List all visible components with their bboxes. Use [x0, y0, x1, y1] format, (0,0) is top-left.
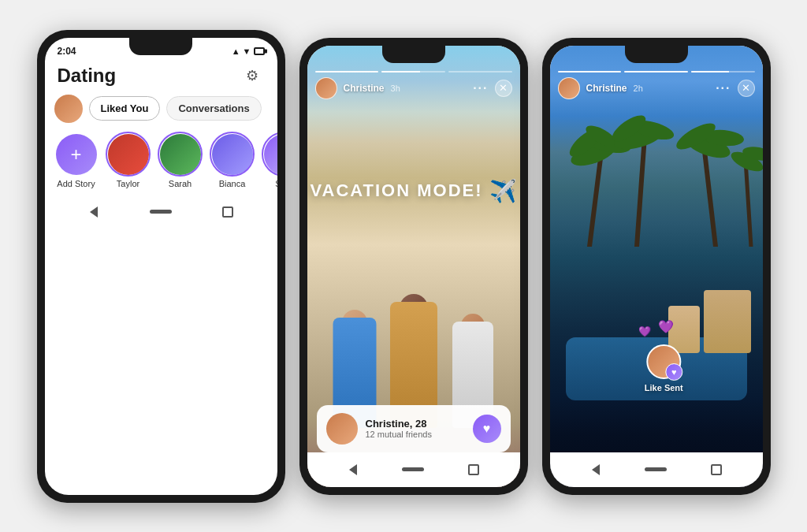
vacation-mode-text: VACATION MODE! ✈️ [310, 178, 516, 204]
story-screen-3: Christine 2h ··· ✕ 💜 💜 [550, 46, 763, 487]
heart-floating-1: 💜 [638, 326, 651, 337]
tabs-row: Liked You Conversations [45, 95, 277, 131]
story-time-3: 2h [634, 84, 643, 93]
story-item-sp[interactable]: Sp... [264, 134, 277, 188]
like-sent-avatar: ♥ [646, 344, 681, 379]
square-icon [711, 464, 722, 475]
floating-hearts: 💜 💜 [638, 326, 674, 337]
story-label-taylor: Taylor [117, 179, 139, 188]
recents-button[interactable] [705, 462, 727, 478]
home-button[interactable] [150, 204, 172, 220]
heart-floating-2: 💜 [658, 319, 674, 337]
story-ring [158, 132, 203, 177]
story-avatar-sarah [160, 134, 201, 175]
airplane-emoji: ✈️ [489, 178, 517, 204]
story-item-add[interactable]: + Add Story [56, 134, 97, 188]
story-bar-1 [558, 71, 622, 73]
svg-line-9 [704, 144, 716, 247]
story-user-name: Christine [344, 83, 385, 94]
people-photo-area [307, 172, 520, 428]
battery-icon [254, 47, 265, 55]
story-ring [262, 132, 277, 177]
svg-line-5 [637, 136, 645, 247]
like-sent-heart-badge: ♥ [665, 363, 682, 381]
story-card-name: Christine, 28 [366, 418, 465, 430]
story-label-sp: Sp... [275, 179, 277, 188]
dating-header: Dating ⚙ [45, 60, 277, 95]
home-bar-icon [645, 467, 667, 471]
status-time: 2:04 [58, 46, 76, 57]
user-avatar-img [54, 95, 83, 123]
story-bar-3 [691, 71, 755, 73]
story-bar-1 [315, 71, 379, 73]
story-card-thumb [326, 413, 358, 445]
story-time: 3h [391, 84, 400, 93]
signal-icon: ▲ [232, 47, 240, 56]
story-item-bianca[interactable]: Bianca [212, 134, 253, 188]
close-button[interactable]: ✕ [495, 80, 512, 97]
back-button[interactable] [342, 462, 364, 478]
back-icon [90, 206, 98, 218]
story-bottom-nav-2 [307, 452, 520, 487]
back-icon [349, 464, 357, 475]
phone-story-vacation: Christine 3h ··· ✕ VACATION MODE! ✈️ [299, 38, 528, 495]
wifi-icon: ▼ [243, 47, 251, 56]
home-bar-icon [150, 210, 172, 214]
close-icon-3: ✕ [742, 82, 750, 94]
dots-button-3[interactable]: ··· [716, 81, 731, 95]
story-user-avatar [315, 77, 337, 99]
palm-trees-svg [550, 89, 763, 247]
like-sent-label: Like Sent [645, 383, 683, 392]
story-bottom-card-2: Christine, 28 12 mutual friends ♥ [317, 405, 511, 452]
story-user-avatar-3 [558, 77, 580, 99]
home-bar-icon [402, 467, 424, 471]
like-sent-bubble: 💜 💜 ♥ Like Sent [645, 326, 683, 392]
stories-row: + Add Story Taylor Sarah [45, 131, 277, 198]
square-icon [468, 464, 479, 475]
story-label-bianca: Bianca [219, 179, 246, 188]
back-button[interactable] [585, 462, 607, 478]
close-button-3[interactable]: ✕ [738, 80, 755, 97]
vacation-label: VACATION MODE! [310, 180, 482, 201]
story-header-actions-3: ··· ✕ [716, 80, 754, 97]
vacation-row: VACATION MODE! ✈️ [310, 178, 516, 204]
recents-button[interactable] [217, 204, 239, 220]
tab-conversations[interactable]: Conversations [166, 96, 261, 121]
story-item-taylor[interactable]: Taylor [108, 134, 149, 188]
story-ring [210, 132, 255, 177]
phone-notch [129, 38, 192, 55]
settings-button[interactable]: ⚙ [240, 63, 265, 88]
user-avatar[interactable] [54, 95, 83, 123]
story-item-sarah[interactable]: Sarah [160, 134, 201, 188]
story-user-name-3: Christine [586, 83, 627, 94]
recents-button[interactable] [463, 462, 485, 478]
dots-button[interactable]: ··· [473, 81, 488, 95]
plus-icon: + [70, 143, 81, 166]
story-progress-bars-3 [558, 71, 755, 73]
add-story-label: Add Story [57, 179, 95, 188]
back-icon [592, 464, 600, 475]
resort-building-1 [704, 290, 751, 353]
gear-icon: ⚙ [246, 67, 258, 84]
story-card-mutual: 12 mutual friends [366, 430, 465, 439]
back-button[interactable] [83, 204, 105, 220]
story-avatar-bianca [212, 134, 253, 175]
phone-notch [382, 46, 445, 63]
heart-badge-icon: ♥ [671, 367, 677, 377]
story-header-3: Christine 2h ··· ✕ [558, 77, 755, 99]
story-header-2: Christine 3h ··· ✕ [315, 77, 512, 99]
story-bottom-nav-3 [550, 452, 763, 487]
story-label-sarah: Sarah [169, 179, 192, 188]
dating-title: Dating [58, 65, 117, 87]
home-button[interactable] [402, 462, 424, 478]
story-progress-bars [315, 71, 512, 73]
tab-liked-you[interactable]: Liked You [89, 96, 161, 121]
svg-line-13 [746, 160, 751, 247]
story-header-actions: ··· ✕ [473, 80, 511, 97]
story-bar-3 [448, 71, 512, 73]
story-card-info: Christine, 28 12 mutual friends [366, 418, 465, 439]
home-button[interactable] [645, 462, 667, 478]
phone-notch [625, 46, 688, 63]
like-heart-button[interactable]: ♥ [473, 415, 501, 443]
close-icon: ✕ [499, 82, 508, 94]
